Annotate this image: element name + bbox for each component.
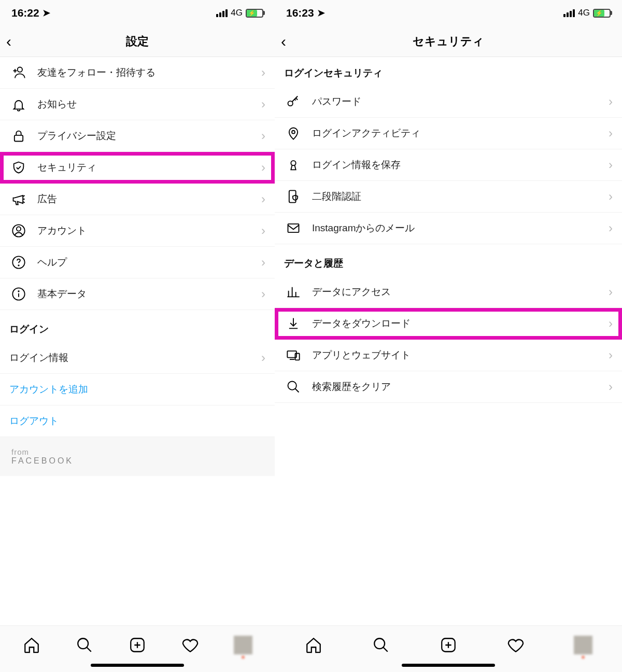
row-follow-invite[interactable]: 友達をフォロー・招待する › [0,57,275,89]
keyhole-icon [284,156,303,174]
row-security[interactable]: セキュリティ › [0,152,275,184]
location-arrow-icon: ➤ [317,7,325,19]
back-button[interactable]: ‹ [6,33,11,50]
tab-activity[interactable] [179,634,202,656]
shield-check-icon [9,158,28,177]
avatar-icon [574,636,592,654]
svg-rect-14 [288,224,299,232]
location-pin-icon [284,124,303,143]
chevron-right-icon: › [609,126,613,141]
back-button[interactable]: ‹ [281,33,286,50]
chevron-right-icon: › [261,223,265,238]
svg-point-11 [292,131,295,134]
status-bar: 16:23 ➤ 4G ⚡ [275,0,622,26]
from-label: from [11,447,263,456]
key-icon [284,92,303,111]
footer-from: from FACEBOOK [0,437,275,476]
signal-icon [563,9,575,17]
settings-list: 友達をフォロー・招待する › お知らせ › プライバシー設定 › セキュリティ … [0,57,275,625]
svg-rect-16 [295,354,300,360]
svg-point-10 [288,101,293,106]
chevron-right-icon: › [261,192,265,206]
phone-shield-icon [284,187,303,206]
tab-new-post[interactable] [437,634,460,656]
svg-point-7 [18,291,19,291]
chevron-right-icon: › [609,316,613,331]
row-access-data[interactable]: データにアクセス › [275,276,622,308]
megaphone-icon [9,190,28,208]
row-label: ヘルプ [37,256,261,269]
chevron-right-icon: › [609,221,613,235]
chevron-right-icon: › [261,129,265,143]
tab-activity[interactable] [504,634,527,656]
row-login-activity[interactable]: ログインアクティビティ › [275,118,622,149]
network-type: 4G [231,8,243,18]
status-bar: 16:22 ➤ 4G ⚡ [0,0,275,26]
svg-point-5 [18,265,19,265]
chevron-right-icon: › [609,158,613,172]
tab-profile[interactable] [232,634,255,656]
tab-home[interactable] [302,634,325,656]
tab-home[interactable] [20,634,43,656]
svg-point-8 [78,638,88,649]
row-label: 広告 [37,192,261,206]
location-arrow-icon: ➤ [43,7,50,19]
chevron-right-icon: › [261,97,265,111]
svg-point-0 [18,67,22,72]
row-logout[interactable]: ログアウト [0,405,275,437]
security-screen: 16:23 ➤ 4G ⚡ ‹ セキュリティ ログインセキュリティ パスワード ›… [275,0,622,672]
chevron-right-icon: › [609,348,613,362]
row-label: データをダウンロード [312,317,609,330]
row-label: お知らせ [37,97,261,111]
row-label: プライバシー設定 [37,129,261,143]
row-login-info[interactable]: ログイン情報 › [0,342,275,374]
row-apps-websites[interactable]: アプリとウェブサイト › [275,340,622,371]
row-account[interactable]: アカウント › [0,215,275,247]
row-ads[interactable]: 広告 › [0,184,275,215]
nav-header: ‹ セキュリティ [275,26,622,57]
row-download-data[interactable]: データをダウンロード › [275,308,622,340]
row-two-factor[interactable]: 二段階認証 › [275,181,622,213]
svg-point-3 [17,227,21,231]
row-label: アカウントを追加 [9,383,265,396]
tab-search[interactable] [370,634,392,656]
row-label: セキュリティ [37,161,261,174]
row-label: ログインアクティビティ [312,127,609,140]
chevron-right-icon: › [261,351,265,365]
download-icon [284,314,303,333]
row-emails[interactable]: Instagramからのメール › [275,213,622,244]
chevron-right-icon: › [609,285,613,299]
row-label: データにアクセス [312,285,609,299]
row-add-account[interactable]: アカウントを追加 [0,374,275,405]
row-about[interactable]: 基本データ › [0,278,275,310]
login-security-header: ログインセキュリティ [275,57,622,86]
row-label: 基本データ [37,287,261,301]
row-clear-search[interactable]: 検索履歴をクリア › [275,371,622,403]
tab-new-post[interactable] [126,634,149,656]
home-indicator[interactable] [91,664,184,667]
signal-icon [216,9,228,17]
nav-header: ‹ 設定 [0,26,275,57]
row-label: Instagramからのメール [312,221,609,235]
page-title: 設定 [126,34,149,49]
row-privacy[interactable]: プライバシー設定 › [0,120,275,152]
chevron-right-icon: › [609,380,613,394]
status-time: 16:23 [286,7,314,19]
data-history-header: データと履歴 [275,244,622,276]
lock-icon [9,127,28,145]
bar-chart-icon [284,283,303,301]
row-label: ログイン情報を保存 [312,158,609,172]
row-label: 友達をフォロー・招待する [37,66,261,79]
chevron-right-icon: › [609,189,613,204]
row-help[interactable]: ヘルプ › [0,247,275,278]
row-saved-login[interactable]: ログイン情報を保存 › [275,149,622,181]
row-label: アカウント [37,224,261,237]
row-notifications[interactable]: お知らせ › [0,89,275,120]
network-type: 4G [578,8,590,18]
tab-search[interactable] [73,634,96,656]
home-indicator[interactable] [402,664,495,667]
chevron-right-icon: › [261,287,265,301]
avatar-icon [234,636,252,654]
row-password[interactable]: パスワード › [275,86,622,118]
tab-profile[interactable] [572,634,595,656]
